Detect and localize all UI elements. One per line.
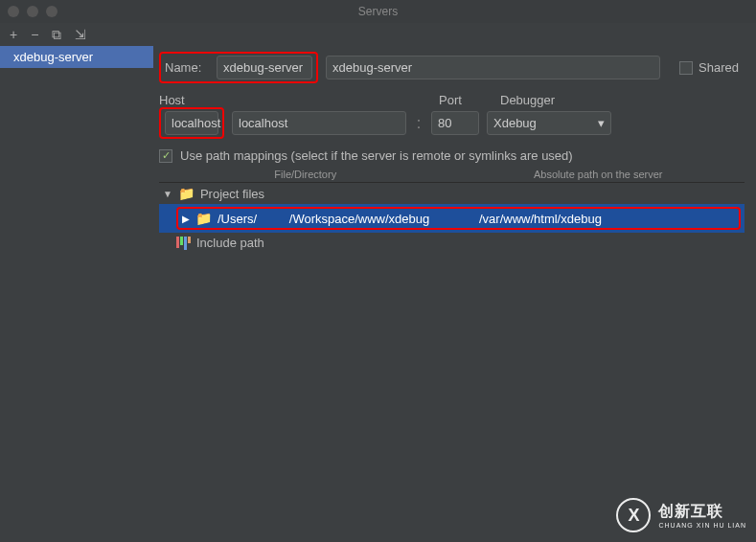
port-label: Port bbox=[439, 93, 493, 107]
tree-include-row[interactable]: Include path bbox=[159, 233, 745, 253]
add-icon[interactable]: + bbox=[10, 27, 17, 42]
close-dot[interactable] bbox=[8, 6, 19, 17]
debugger-label: Debugger bbox=[500, 93, 567, 107]
triangle-down-icon: ▼ bbox=[163, 189, 172, 199]
folder-icon: 📁 bbox=[195, 211, 212, 226]
col-abs: Absolute path on the server bbox=[452, 169, 745, 180]
abs-path: /var/www/html/xdebug bbox=[479, 212, 735, 226]
copy-icon[interactable]: ⧉ bbox=[52, 27, 61, 43]
main-panel: Name: xdebug-server Shared Host Port Deb… bbox=[153, 46, 756, 542]
include-label: Include path bbox=[196, 236, 264, 250]
port-input[interactable] bbox=[431, 111, 479, 135]
name-input-preview: xdebug-server bbox=[217, 56, 312, 79]
tree-root-label: Project files bbox=[200, 187, 264, 201]
colon: : bbox=[414, 115, 424, 132]
tree-root-row[interactable]: ▼ 📁 Project files bbox=[159, 183, 745, 204]
name-label: Name: bbox=[165, 60, 211, 75]
host-label: Host bbox=[159, 93, 406, 107]
col-file: File/Directory bbox=[159, 169, 452, 180]
window-title: Servers bbox=[358, 5, 398, 18]
path-tree: ▼ 📁 Project files ▶ 📁 /Users/ /Workspace… bbox=[159, 183, 745, 253]
remove-icon[interactable]: − bbox=[31, 27, 38, 42]
shared-checkbox[interactable] bbox=[679, 61, 693, 75]
host-highlight: localhost bbox=[159, 107, 224, 139]
watermark-sub: CHUANG XIN HU LIAN bbox=[658, 522, 746, 529]
include-icon bbox=[176, 237, 191, 250]
name-highlight: Name: xdebug-server bbox=[159, 52, 318, 83]
host-input[interactable] bbox=[232, 111, 406, 135]
sidebar-item-server[interactable]: xdebug-server bbox=[0, 46, 153, 68]
debugger-value: Xdebug bbox=[493, 116, 537, 130]
watermark-text: 创新互联 bbox=[658, 502, 746, 522]
watermark-logo: X bbox=[616, 498, 651, 532]
max-dot[interactable] bbox=[46, 6, 57, 17]
mapping-highlight: ▶ 📁 /Users/ /Workspace/www/xdebug /var/w… bbox=[176, 207, 741, 230]
pathmap-checkbox[interactable]: ✓ bbox=[159, 149, 172, 163]
local-path: /Users/ /Workspace/www/xdebug bbox=[218, 212, 473, 226]
debugger-select[interactable]: Xdebug ▾ bbox=[487, 111, 611, 135]
shared-label: Shared bbox=[699, 60, 745, 75]
pathmap-label: Use path mappings (select if the server … bbox=[180, 148, 573, 163]
watermark: X 创新互联 CHUANG XIN HU LIAN bbox=[616, 498, 746, 532]
chevron-down-icon: ▾ bbox=[598, 116, 605, 130]
traffic-lights bbox=[8, 6, 57, 17]
min-dot[interactable] bbox=[27, 6, 38, 17]
titlebar: Servers bbox=[0, 0, 756, 23]
folder-icon: 📁 bbox=[178, 186, 195, 201]
triangle-right-icon: ▶ bbox=[182, 214, 190, 224]
table-header: File/Directory Absolute path on the serv… bbox=[159, 167, 745, 183]
toolbar: + − ⧉ ⇲ bbox=[0, 23, 756, 46]
tree-mapping-row[interactable]: ▶ 📁 /Users/ /Workspace/www/xdebug /var/w… bbox=[159, 204, 745, 233]
host-preview: localhost bbox=[165, 111, 218, 135]
sidebar: xdebug-server bbox=[0, 46, 153, 542]
redacted bbox=[257, 215, 286, 224]
sort-icon[interactable]: ⇲ bbox=[75, 27, 86, 42]
name-input[interactable] bbox=[326, 56, 660, 79]
